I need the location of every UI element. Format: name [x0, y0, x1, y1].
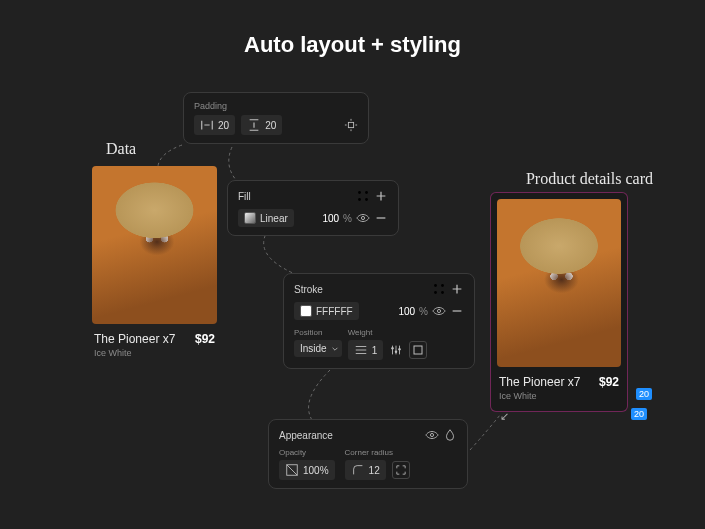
stroke-position-select[interactable]: Inside: [294, 340, 342, 357]
stroke-opacity-value[interactable]: 100: [398, 306, 415, 317]
svg-point-4: [365, 198, 368, 201]
minus-icon[interactable]: [450, 304, 464, 318]
eye-icon[interactable]: [432, 304, 446, 318]
fill-type-value: Linear: [260, 213, 288, 224]
stroke-hex-value: FFFFFF: [316, 306, 353, 317]
opacity-input[interactable]: 100%: [279, 460, 335, 480]
svg-point-12: [395, 351, 397, 353]
panel-title-appearance: Appearance: [279, 430, 333, 441]
percent-label: %: [419, 306, 428, 317]
label-data-handwritten: Data: [106, 140, 136, 158]
svg-point-3: [358, 198, 361, 201]
padding-horizontal-icon: [200, 118, 214, 132]
product-name: The Pioneer x7: [499, 375, 580, 389]
product-price: $92: [599, 375, 619, 389]
padding-panel: Padding 20 20: [183, 92, 369, 144]
stroke-weight-value: 1: [372, 345, 378, 356]
padding-vertical-input[interactable]: 20: [241, 115, 282, 135]
padding-horizontal-input[interactable]: 20: [194, 115, 235, 135]
svg-point-1: [358, 191, 361, 194]
stroke-panel: Stroke FFFFFF 100 % Position Inside Weig…: [283, 273, 475, 369]
label-product-handwritten: Product details card: [526, 170, 653, 188]
product-name: The Pioneer x7: [94, 332, 175, 346]
stroke-weight-label: Weight: [348, 328, 428, 337]
svg-point-13: [399, 348, 401, 350]
product-details-card[interactable]: The Pioneer x7 $92 Ice White: [490, 192, 628, 412]
opacity-icon: [285, 463, 299, 477]
color-swatch-icon: [300, 305, 312, 317]
panel-title-stroke: Stroke: [294, 284, 323, 295]
fill-type-input[interactable]: Linear: [238, 209, 294, 227]
product-price: $92: [195, 332, 215, 346]
corner-radius-label: Corner radius: [345, 448, 410, 457]
chevron-down-icon: [331, 345, 339, 353]
stroke-settings-icon[interactable]: [389, 343, 403, 357]
svg-point-5: [361, 216, 364, 219]
stroke-sides-icon[interactable]: [409, 341, 427, 359]
svg-rect-14: [414, 346, 422, 354]
opacity-label: Opacity: [279, 448, 335, 457]
eye-icon[interactable]: [356, 211, 370, 225]
panel-title-padding: Padding: [194, 101, 358, 111]
styles-icon[interactable]: [356, 189, 370, 203]
independent-padding-icon[interactable]: [344, 118, 358, 132]
stroke-weight-input[interactable]: 1: [348, 340, 384, 360]
percent-label: %: [343, 213, 352, 224]
product-variant: Ice White: [497, 391, 621, 401]
svg-rect-0: [348, 122, 353, 127]
product-image: [92, 166, 217, 324]
independent-corners-icon[interactable]: [392, 461, 410, 479]
padding-vertical-icon: [247, 118, 261, 132]
corner-radius-value: 12: [369, 465, 380, 476]
product-card-source: The Pioneer x7 $92 Ice White: [92, 166, 217, 358]
spacing-annotation: 20: [631, 408, 647, 420]
corner-radius-icon: [351, 463, 365, 477]
padding-h-value: 20: [218, 120, 229, 131]
svg-point-9: [441, 291, 444, 294]
fill-panel: Fill Linear 100 %: [227, 180, 399, 236]
fill-opacity-value[interactable]: 100: [322, 213, 339, 224]
stroke-position-value: Inside: [300, 343, 327, 354]
blend-mode-icon[interactable]: [443, 428, 457, 442]
product-variant: Ice White: [92, 348, 217, 358]
gradient-swatch-icon: [244, 212, 256, 224]
corner-radius-input[interactable]: 12: [345, 460, 386, 480]
spacing-annotation: 20: [636, 388, 652, 400]
appearance-panel: Appearance Opacity 100% Corner radius 12: [268, 419, 468, 489]
plus-icon[interactable]: [450, 282, 464, 296]
page-title: Auto layout + styling: [0, 32, 705, 58]
svg-point-15: [430, 433, 433, 436]
stroke-weight-icon: [354, 343, 368, 357]
opacity-value: 100%: [303, 465, 329, 476]
stroke-position-label: Position: [294, 328, 342, 337]
svg-point-8: [434, 291, 437, 294]
stroke-color-input[interactable]: FFFFFF: [294, 302, 359, 320]
plus-icon[interactable]: [374, 189, 388, 203]
resize-handle-icon[interactable]: ↙: [500, 410, 509, 423]
svg-point-11: [392, 347, 394, 349]
svg-point-6: [434, 284, 437, 287]
eye-icon[interactable]: [425, 428, 439, 442]
product-image: [497, 199, 621, 367]
panel-title-fill: Fill: [238, 191, 251, 202]
svg-point-7: [441, 284, 444, 287]
svg-point-10: [437, 309, 440, 312]
styles-icon[interactable]: [432, 282, 446, 296]
svg-point-2: [365, 191, 368, 194]
padding-v-value: 20: [265, 120, 276, 131]
minus-icon[interactable]: [374, 211, 388, 225]
